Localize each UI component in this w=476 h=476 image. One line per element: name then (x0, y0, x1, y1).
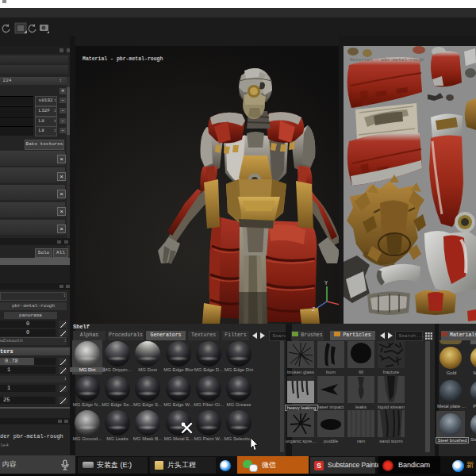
svg-text:Z: Z (312, 306, 315, 313)
